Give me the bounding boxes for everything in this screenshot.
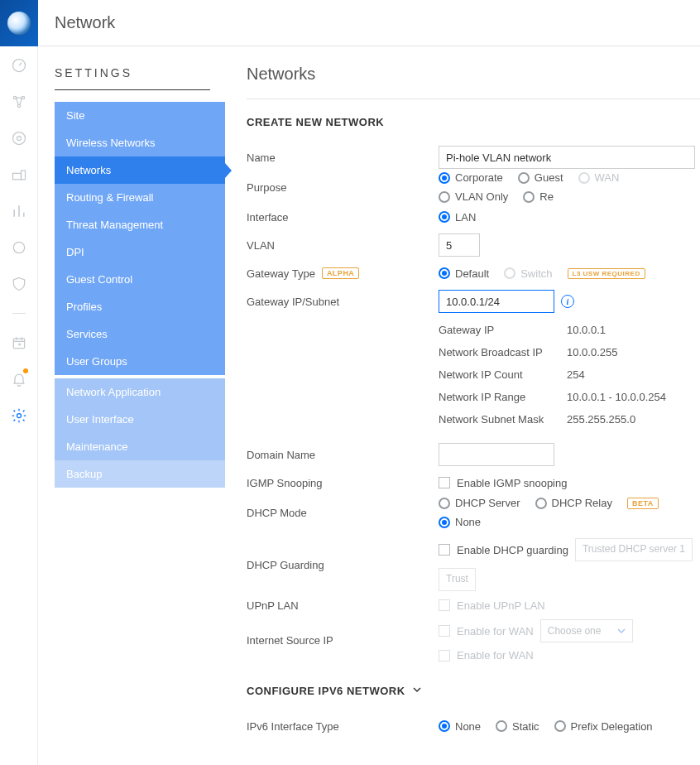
name-input[interactable] [439, 146, 695, 169]
label-dhcp-guarding: DHCP Guarding [247, 559, 439, 571]
settings-nav: Site Wireless Networks Networks Routing … [55, 102, 225, 488]
svg-text:★: ★ [17, 342, 21, 347]
sidebar-item-dpi[interactable]: DPI [55, 238, 225, 266]
checkbox-igmp[interactable]: Enable IGMP snooping [439, 477, 567, 489]
label-purpose: Purpose [247, 181, 439, 194]
info-gwip-label: Gateway IP [439, 324, 567, 336]
alpha-tag: ALPHA [322, 267, 360, 279]
sidebar-item-backup[interactable]: Backup [55, 460, 225, 488]
label-igmp: IGMP Snooping [247, 477, 439, 489]
stats-icon[interactable] [10, 202, 28, 220]
radio-interface-lan[interactable]: LAN [439, 211, 476, 224]
domain-input[interactable] [439, 443, 554, 466]
beta-tag: BETA [627, 498, 659, 509]
devices-icon[interactable] [10, 129, 28, 147]
label-interface: Interface [247, 211, 439, 224]
content-title: Networks [247, 65, 700, 99]
info-range-label: Network IP Range [439, 391, 567, 403]
svg-point-4 [12, 132, 25, 145]
trusted-dhcp-input: Trusted DHCP server 1 [575, 538, 693, 561]
sidebar-item-services[interactable]: Services [55, 320, 225, 348]
sidebar-item-usergroups[interactable]: User Groups [55, 348, 225, 375]
radio-ipv6-none[interactable]: None [439, 720, 481, 733]
sidebar-item-threat[interactable]: Threat Management [55, 211, 225, 238]
info-count-label: Network IP Count [439, 368, 567, 381]
radio-purpose-remote[interactable]: Re [523, 190, 554, 203]
radio-dhcp-relay[interactable]: DHCP Relay [535, 497, 612, 509]
info-broadcast-label: Network Broadcast IP [439, 346, 567, 358]
radio-ipv6-prefix[interactable]: Prefix Delegation [554, 720, 653, 733]
radio-gw-switch: Switch [504, 267, 552, 280]
sidebar-item-wireless[interactable]: Wireless Networks [55, 129, 225, 156]
radio-ipv6-static[interactable]: Static [496, 720, 539, 733]
app-logo[interactable] [0, 0, 38, 46]
info-mask-label: Network Subnet Mask [439, 413, 567, 426]
label-dhcp-mode: DHCP Mode [247, 507, 439, 519]
sidebar-item-guest[interactable]: Guest Control [55, 266, 225, 293]
svg-point-8 [13, 242, 24, 253]
alert-badge [23, 368, 28, 373]
checkbox-isrc-wan: Enable for WAN [439, 625, 534, 638]
label-gateway-type: Gateway TypeALPHA [247, 267, 439, 280]
info-mask-value: 255.255.255.0 [567, 413, 635, 426]
settings-icon[interactable] [10, 407, 28, 425]
logo-icon [7, 12, 31, 35]
trusted-dhcp-input-2: Trust [439, 568, 476, 591]
events-icon[interactable]: ★ [10, 334, 28, 352]
label-domain: Domain Name [247, 449, 439, 461]
sidebar-item-site[interactable]: Site [55, 102, 225, 129]
info-range-value: 10.0.0.1 - 10.0.0.254 [567, 391, 666, 403]
sidebar-item-ui[interactable]: User Interface [55, 406, 225, 433]
chevron-down-icon [617, 627, 626, 635]
content-area: Networks CREATE NEW NETWORK Name Purpose… [225, 46, 700, 765]
insights-icon[interactable] [10, 238, 28, 257]
topology-icon[interactable] [10, 93, 28, 111]
rail-separator [12, 313, 26, 314]
radio-dhcp-none[interactable]: None [439, 516, 481, 528]
isrc-select: Choose one [540, 619, 634, 642]
chevron-down-icon [412, 685, 422, 697]
settings-heading: SETTINGS [55, 66, 210, 90]
radio-purpose-wan: WAN [578, 171, 620, 184]
vlan-input[interactable] [439, 233, 480, 257]
sidebar-item-netapp[interactable]: Network Application [55, 378, 225, 406]
label-upnp: UPnP LAN [247, 599, 439, 612]
radio-dhcp-server[interactable]: DHCP Server [439, 497, 520, 509]
label-internet-source: Internet Source IP [247, 634, 439, 647]
checkbox-isrc-wan2: Enable for WAN [439, 649, 534, 662]
svg-point-5 [17, 137, 21, 141]
sidebar-item-profiles[interactable]: Profiles [55, 293, 225, 320]
gateway-subnet-input[interactable] [439, 290, 554, 313]
radio-gw-default[interactable]: Default [439, 267, 489, 280]
dashboard-icon[interactable] [10, 56, 28, 75]
sidebar-item-routing[interactable]: Routing & Firewall [55, 184, 225, 211]
subnet-info: Gateway IP10.0.0.1 Network Broadcast IP1… [439, 319, 700, 431]
clients-icon[interactable] [10, 166, 28, 184]
sidebar-item-maintenance[interactable]: Maintenance [55, 433, 225, 460]
info-icon[interactable]: i [561, 295, 574, 308]
radio-purpose-corporate[interactable]: Corporate [439, 171, 503, 184]
info-gwip-value: 10.0.0.1 [567, 324, 606, 336]
section-create-network: CREATE NEW NETWORK [247, 116, 700, 128]
sidebar-item-networks[interactable]: Networks [55, 156, 225, 184]
svg-rect-7 [21, 171, 25, 180]
usw-required-tag: L3 USW REQUIRED [568, 268, 645, 279]
alerts-icon[interactable] [10, 370, 28, 388]
radio-purpose-guest[interactable]: Guest [518, 171, 563, 184]
checkbox-dhcp-guarding[interactable]: Enable DHCP guarding [439, 544, 568, 556]
icon-rail: ★ [0, 46, 38, 765]
radio-purpose-vlanonly[interactable]: VLAN Only [439, 190, 508, 203]
svg-point-11 [17, 414, 21, 418]
security-icon[interactable] [10, 275, 28, 293]
label-ipv6-type: IPv6 Interface Type [247, 720, 439, 733]
section-ipv6[interactable]: CONFIGURE IPV6 NETWORK [247, 685, 700, 697]
settings-sidebar: SETTINGS Site Wireless Networks Networks… [38, 46, 225, 765]
label-name: Name [247, 152, 439, 164]
label-vlan: VLAN [247, 239, 439, 252]
label-gateway-subnet: Gateway IP/Subnet [247, 296, 439, 308]
page-title: Network [55, 13, 115, 32]
info-broadcast-value: 10.0.0.255 [567, 346, 617, 358]
svg-rect-6 [12, 173, 21, 180]
checkbox-upnp: Enable UPnP LAN [439, 599, 545, 612]
svg-point-3 [17, 104, 20, 107]
